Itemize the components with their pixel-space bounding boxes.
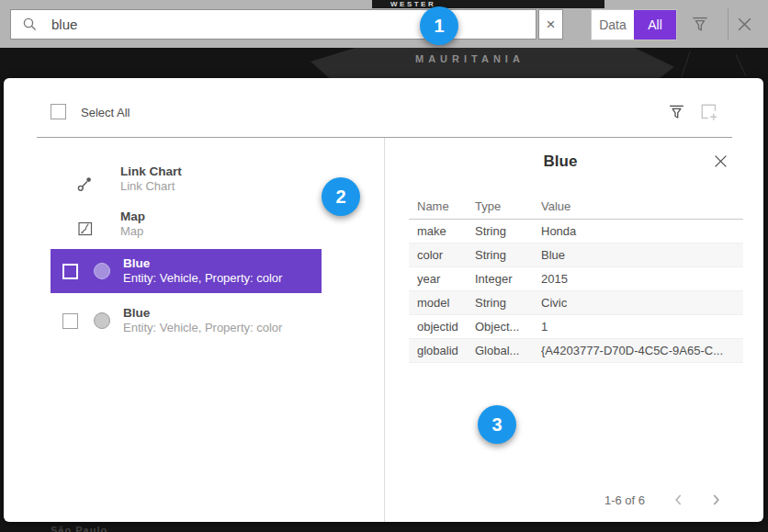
detail-title: Blue [409,153,712,171]
add-to-selection-icon[interactable] [697,100,721,124]
scope-option-data[interactable]: Data [592,10,634,40]
table-row: color String Blue [409,243,743,267]
annotation-callout-1: 1 [420,6,458,45]
result-text: Blue Entity: Vehicle, Property: color [123,256,282,286]
result-title: Blue [123,256,282,271]
cell-value: 1 [541,320,743,334]
filter-icon[interactable] [690,14,710,34]
detail-close-icon[interactable] [713,153,728,169]
cell-value: Civic [541,296,743,310]
cell-name: make [409,224,475,238]
map-border-line [736,54,747,76]
pagination-label: 1-6 of 6 [593,493,657,507]
result-text: Blue Entity: Vehicle, Property: color [123,306,282,335]
result-checkbox[interactable] [62,264,78,279]
search-results-panel: Select All Link Chart Link Chart Map [4,78,763,522]
search-toolbar: WESTER × Data All [0,0,768,48]
cell-name: objectid [409,320,475,334]
result-subtitle: Entity: Vehicle, Property: color [123,321,282,335]
results-filter-icon[interactable] [667,102,686,121]
link-chart-icon [76,175,95,193]
clear-search-button[interactable]: × [538,9,563,40]
annotation-number: 3 [491,414,502,436]
select-all-checkbox[interactable] [51,104,66,119]
result-subtitle: Entity: Vehicle, Property: color [123,271,282,286]
cell-value: {A4203777-D70D-4C5C-9A65-C... [541,344,743,357]
result-item-blue-selected[interactable]: Blue Entity: Vehicle, Property: color [51,249,322,293]
cell-type: Global... [475,344,541,357]
result-item-link-chart[interactable]: Link Chart Link Chart [43,164,356,205]
toolbar-divider [728,8,728,40]
table-row: globalid Global... {A4203777-D70D-4C5C-9… [409,339,743,363]
result-item-blue[interactable]: Blue Entity: Vehicle, Property: color [51,299,322,343]
map-label-mauritania: MAURITANIA [415,53,525,64]
cell-name: globalid [409,344,475,357]
map-label-western: WESTER [390,0,435,8]
result-title: Link Chart [120,164,182,179]
pagination-prev-icon[interactable] [671,492,687,508]
cell-type: String [475,296,541,310]
table-row: objectid Object... 1 [409,315,743,339]
annotation-number: 1 [434,16,444,37]
table-row: model String Civic [409,291,743,315]
scope-toggle: Data All [591,9,677,40]
attribute-table: Name Type Value make String Honda color … [409,193,743,363]
cell-type: String [475,248,541,262]
result-text: Link Chart Link Chart [120,164,182,194]
cell-type: String [475,224,541,238]
result-item-map[interactable]: Map Map [43,209,356,250]
map-border-line [681,51,690,78]
map-label-sao-paulo: São Paulo [51,525,107,532]
cell-name: year [409,272,475,286]
search-input[interactable] [50,16,536,33]
result-subtitle: Link Chart [120,179,182,194]
annotation-callout-3: 3 [478,405,516,444]
select-all-label: Select All [81,106,130,119]
scope-option-all[interactable]: All [634,10,676,40]
annotation-callout-2: 2 [322,177,360,216]
map-icon [76,220,95,238]
table-row: year Integer 2015 [409,267,743,291]
attribute-table-header: Name Type Value [409,193,743,220]
entity-circle-icon [94,312,110,329]
cell-name: model [409,296,475,310]
cell-value: Blue [541,248,743,262]
result-checkbox[interactable] [62,313,78,329]
result-title: Blue [123,306,282,321]
list-detail-divider [384,138,385,522]
column-header: Type [475,199,541,213]
cell-type: Object... [475,320,541,334]
app-window: MAURITANIA São Paulo WESTER × Data All S… [0,0,768,532]
table-row: make String Honda [409,220,743,243]
cell-value: Honda [541,224,743,238]
cell-name: color [409,248,475,262]
annotation-number: 2 [335,187,345,208]
result-title: Map [120,209,145,224]
result-subtitle: Map [120,224,145,239]
search-icon [22,17,38,32]
cell-type: Integer [475,272,541,286]
cell-value: 2015 [541,272,743,286]
close-search-icon[interactable] [735,15,754,34]
column-header: Name [409,199,475,213]
column-header: Value [541,199,743,213]
pagination-next-icon[interactable] [707,492,724,508]
entity-circle-icon [94,263,110,279]
map-peek-strip: WESTER [372,0,604,8]
result-text: Map Map [120,209,145,239]
